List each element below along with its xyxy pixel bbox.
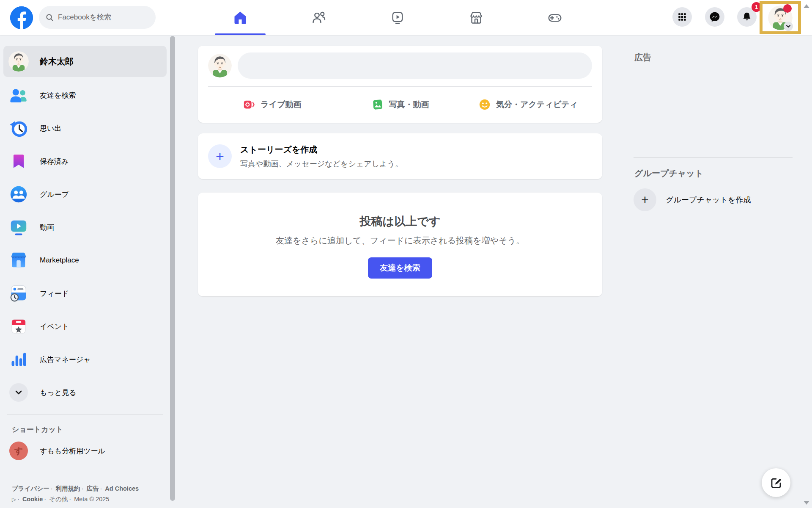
sidebar-divider bbox=[7, 414, 163, 414]
feeds-icon bbox=[8, 283, 29, 304]
tab-marketplace[interactable] bbox=[437, 0, 516, 35]
action-label: 写真・動画 bbox=[389, 99, 429, 110]
friends-icon bbox=[311, 10, 326, 25]
footer-separator: · bbox=[68, 496, 72, 502]
sidebar-profile-link[interactable]: 鈴木太郎 bbox=[3, 46, 167, 77]
page-scrollbar-down-arrow[interactable] bbox=[804, 501, 809, 505]
ads-section-header: 広告 bbox=[634, 52, 793, 63]
account-chevron bbox=[784, 22, 793, 31]
sidebar-item-label: Marketplace bbox=[40, 256, 79, 265]
sidebar-item-events[interactable]: イベント bbox=[0, 310, 170, 343]
composer-avatar bbox=[208, 54, 232, 77]
apps-grid-icon bbox=[678, 12, 687, 22]
page-scrollbar-up-arrow[interactable] bbox=[804, 4, 809, 8]
messenger-button[interactable] bbox=[705, 7, 724, 27]
see-more-chevron bbox=[8, 382, 29, 403]
chevron-down-icon bbox=[14, 388, 23, 397]
sidebar-item-video[interactable]: 動画 bbox=[0, 211, 170, 244]
sidebar-item-label: すもも分析用ツール bbox=[40, 446, 105, 456]
account-alert-dot bbox=[783, 4, 792, 13]
footer-link-cookie[interactable]: Cookie bbox=[22, 496, 43, 502]
chevron-down-icon bbox=[786, 24, 791, 29]
global-search[interactable] bbox=[39, 6, 156, 29]
end-of-feed-card: 投稿は以上です 友達をさらに追加して、フィードに表示される投稿を増やそう。 友達… bbox=[198, 193, 602, 296]
video-icon bbox=[390, 10, 405, 25]
composer-input[interactable] bbox=[238, 52, 592, 79]
sidebar-item-label: 広告マネージャ bbox=[40, 355, 91, 364]
new-message-fab[interactable] bbox=[762, 468, 790, 497]
video-tv-icon bbox=[8, 217, 29, 237]
legal-footer: プライバシー· 利用規約· 広告· Ad Choices ▷· Cookie· … bbox=[12, 483, 142, 505]
memories-icon bbox=[8, 118, 29, 138]
center-nav-tabs bbox=[201, 0, 594, 35]
tab-home[interactable] bbox=[201, 0, 280, 35]
footer-separator: · bbox=[49, 485, 54, 492]
find-friends-icon bbox=[8, 85, 29, 105]
sidebar-item-label: 動画 bbox=[40, 223, 54, 232]
create-group-chat-label: グループチャットを作成 bbox=[666, 195, 751, 205]
photo-video-button[interactable]: 写真・動画 bbox=[336, 98, 464, 111]
ads-manager-bars-icon bbox=[8, 349, 29, 370]
sidebar-scrollbar-thumb[interactable] bbox=[170, 36, 175, 501]
sidebar-item-saved[interactable]: 保存済み bbox=[0, 145, 170, 178]
account-menu-highlighted[interactable] bbox=[760, 1, 801, 34]
messenger-icon bbox=[709, 11, 720, 22]
shortcuts-header: ショートカット bbox=[12, 425, 170, 434]
left-sidebar: 鈴木太郎 友達を検索 思い出 bbox=[0, 35, 170, 508]
sidebar-item-groups[interactable]: グループ bbox=[0, 178, 170, 211]
footer-link-terms[interactable]: 利用規約 bbox=[56, 485, 80, 492]
live-video-icon bbox=[243, 98, 255, 111]
feeling-activity-button[interactable]: 気分・アクティビティ bbox=[464, 98, 592, 111]
groups-icon bbox=[8, 184, 29, 204]
group-chats-header: グループチャット bbox=[634, 168, 793, 179]
find-friends-button[interactable]: 友達を検索 bbox=[368, 257, 432, 279]
tab-video[interactable] bbox=[358, 0, 437, 35]
marketplace-storefront-icon bbox=[8, 250, 29, 271]
footer-link-privacy[interactable]: プライバシー bbox=[12, 485, 49, 492]
end-of-feed-subtitle: 友達をさらに追加して、フィードに表示される投稿を増やそう。 bbox=[198, 235, 602, 246]
events-calendar-icon bbox=[8, 316, 29, 337]
tab-friends[interactable] bbox=[280, 0, 358, 35]
sidebar-item-memories[interactable]: 思い出 bbox=[0, 112, 170, 145]
active-tab-indicator bbox=[215, 33, 266, 35]
top-navigation-bar: 1 bbox=[0, 0, 812, 35]
post-composer-card: ライブ動画 写真・動画 bbox=[198, 46, 602, 123]
create-story-title: ストーリーズを作成 bbox=[240, 144, 403, 155]
sidebar-shortcut-sumomo-tool[interactable]: す すもも分析用ツール bbox=[0, 434, 170, 467]
plus-icon: + bbox=[208, 144, 232, 168]
action-label: ライブ動画 bbox=[261, 99, 301, 110]
profile-avatar bbox=[8, 51, 29, 72]
create-group-chat-button[interactable]: + グループチャットを作成 bbox=[634, 188, 793, 211]
gaming-icon bbox=[547, 10, 562, 25]
sidebar-item-label: フィード bbox=[40, 289, 69, 298]
apps-menu-button[interactable] bbox=[672, 7, 692, 27]
footer-link-ads[interactable]: 広告 bbox=[86, 485, 99, 492]
right-panel-divider bbox=[634, 157, 793, 157]
bell-icon bbox=[741, 11, 752, 22]
sidebar-item-find-friends[interactable]: 友達を検索 bbox=[0, 79, 170, 112]
marketplace-icon bbox=[469, 10, 484, 25]
footer-separator: · bbox=[43, 496, 47, 502]
shortcut-initial: す bbox=[9, 442, 28, 460]
plus-icon: + bbox=[634, 188, 656, 211]
footer-separator: · bbox=[99, 485, 103, 492]
sidebar-item-feeds[interactable]: フィード bbox=[0, 277, 170, 310]
sidebar-item-ads-manager[interactable]: 広告マネージャ bbox=[0, 343, 170, 376]
create-story-card[interactable]: + ストーリーズを作成 写真や動画、メッセージなどをシェアしよう。 bbox=[198, 133, 602, 179]
right-sidebar: 広告 グループチャット + グループチャットを作成 bbox=[634, 35, 793, 211]
live-video-button[interactable]: ライブ動画 bbox=[208, 98, 336, 111]
end-of-feed-title: 投稿は以上です bbox=[198, 214, 602, 229]
facebook-logo[interactable] bbox=[10, 6, 33, 29]
sidebar-item-see-more[interactable]: もっと見る bbox=[0, 376, 170, 409]
footer-link-ad-choices[interactable]: Ad Choices bbox=[105, 485, 139, 492]
footer-separator: · bbox=[80, 485, 85, 492]
footer-link-more[interactable]: その他 bbox=[49, 496, 68, 502]
action-label: 気分・アクティビティ bbox=[496, 99, 578, 110]
search-icon bbox=[46, 14, 54, 22]
shortcut-avatar: す bbox=[8, 441, 29, 461]
tab-gaming[interactable] bbox=[516, 0, 594, 35]
sidebar-item-label: 友達を検索 bbox=[40, 91, 76, 100]
search-input[interactable] bbox=[58, 13, 143, 22]
sidebar-item-marketplace[interactable]: Marketplace bbox=[0, 244, 170, 277]
footer-meta-copyright: Meta © 2025 bbox=[74, 496, 109, 502]
